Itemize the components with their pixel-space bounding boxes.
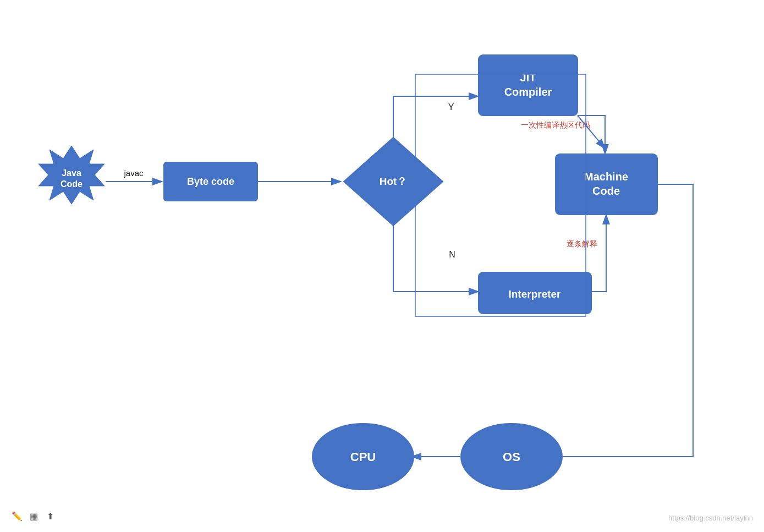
machine-label1: Machine	[584, 171, 628, 183]
n-label: N	[449, 250, 455, 259]
jit-compiler-rect	[479, 55, 578, 116]
arrow-hot-to-jit	[393, 96, 479, 138]
machine-label2: Code	[592, 185, 620, 197]
cpu-label: CPU	[350, 450, 376, 464]
toolbar: ✏️ ▦ ⬆	[11, 510, 56, 522]
machine-code-rect	[556, 154, 657, 215]
arrow-machine-to-os	[550, 184, 693, 457]
arrow-jit-to-machine	[578, 116, 605, 149]
javac-label: javac	[123, 168, 144, 178]
jit-chinese-note: 一次性编译热区代码	[521, 120, 590, 129]
export-icon[interactable]: ⬆	[44, 510, 56, 522]
diagram-container: Java Code javac Byte code Hot？ Y JIT Com…	[0, 0, 764, 532]
table-icon[interactable]: ▦	[28, 510, 40, 522]
watermark: https://blog.csdn.net/laylnn	[668, 514, 753, 522]
y-label: Y	[448, 102, 454, 112]
java-code-label: Java	[62, 168, 81, 178]
java-code-label2: Code	[61, 179, 83, 189]
edit-icon[interactable]: ✏️	[11, 510, 23, 522]
hot-label: Hot？	[380, 175, 408, 187]
byte-code-label: Byte code	[187, 176, 234, 187]
interp-chinese-note: 逐条解释	[567, 239, 597, 248]
interpreter-label: Interpreter	[508, 288, 561, 300]
arrow-interp-to-machine	[591, 215, 606, 292]
jit-label1: JIT	[520, 72, 536, 84]
arrow-hot-to-interp	[393, 226, 479, 292]
flowchart-svg: Java Code javac Byte code Hot？ Y JIT Com…	[0, 0, 764, 532]
os-label: OS	[503, 450, 520, 464]
jit-label2: Compiler	[504, 86, 552, 98]
